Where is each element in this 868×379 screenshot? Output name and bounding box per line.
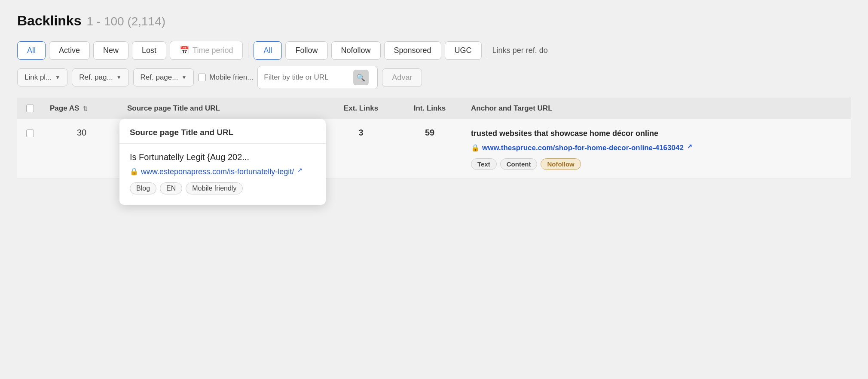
anchor-text: trusted websites that showcase home déco… — [471, 128, 844, 139]
page-header: Backlinks 1 - 100 (2,114) — [17, 13, 851, 29]
tab-nofollow[interactable]: Nofollow — [331, 41, 381, 60]
header-page-as: Page AS ⇅ — [43, 104, 120, 113]
search-button[interactable]: 🔍 — [353, 70, 369, 85]
header-int-links: Int. Links — [395, 104, 464, 113]
time-period-label: Time period — [193, 46, 233, 55]
tab-new[interactable]: New — [93, 41, 128, 60]
page-container: Backlinks 1 - 100 (2,114) All Active New… — [0, 0, 868, 379]
calendar-icon: 📅 — [180, 46, 189, 55]
cell-ext-links: 3 — [327, 128, 395, 138]
popup-title: Is Fortunatelly Legit {Aug 202... — [130, 152, 315, 162]
header-anchor: Anchor and Target URL — [464, 104, 851, 113]
ref-page-label-2: Ref. page... — [141, 73, 178, 82]
row-checkbox-cell — [17, 128, 43, 137]
popup-tags: Blog EN Mobile friendly — [130, 182, 315, 194]
mobile-friendly-checkbox[interactable] — [198, 74, 206, 81]
cell-page-as: 30 — [43, 128, 120, 138]
tab-all-1[interactable]: All — [17, 41, 46, 60]
lock-icon: 🔒 — [471, 144, 480, 152]
popup-external-link-icon: ↗ — [297, 166, 303, 173]
popup-tag-blog: Blog — [130, 182, 156, 194]
popup-url-row: 🔒 www.esteponapress.com/is-fortunatelly-… — [130, 166, 315, 177]
search-input[interactable] — [264, 73, 350, 82]
popup-header: Source page Title and URL — [119, 119, 326, 144]
search-box[interactable]: 🔍 — [257, 66, 378, 89]
external-link-icon: ↗ — [687, 143, 692, 150]
chevron-down-icon-2: ▼ — [116, 74, 122, 80]
chevron-down-icon-3: ▼ — [181, 74, 186, 80]
table-header: Page AS ⇅ Source page Title and URL Ext.… — [17, 98, 851, 119]
anchor-url-row: 🔒 www.thespruce.com/shop-for-home-decor-… — [471, 143, 844, 153]
anchor-link[interactable]: www.thespruce.com/shop-for-home-decor-on… — [482, 143, 684, 153]
ref-page-dropdown-2[interactable]: Ref. page... ▼ — [133, 68, 194, 86]
advanced-button[interactable]: Advar — [382, 68, 422, 87]
total-text: (2,114) — [127, 15, 165, 28]
tab-follow[interactable]: Follow — [285, 41, 327, 60]
sort-icon[interactable]: ⇅ — [83, 105, 88, 112]
chevron-down-icon: ▼ — [55, 74, 60, 80]
links-per-label: Links per ref. do — [492, 46, 548, 55]
anchor-tag-nofollow: Nofollow — [541, 158, 581, 170]
filter-row-1: All Active New Lost 📅 Time period All Fo… — [17, 41, 851, 60]
table-row: 30 Is Fortunatelly Legit {Aug 202... 3 5… — [17, 119, 851, 179]
ref-page-label-1: Ref. pag... — [79, 73, 113, 82]
header-source: Source page Title and URL — [120, 104, 327, 113]
page-title: Backlinks — [17, 13, 81, 29]
tab-all-2[interactable]: All — [254, 41, 282, 60]
anchor-tag-content: Content — [500, 158, 538, 170]
time-period-button[interactable]: 📅 Time period — [170, 41, 243, 60]
divider — [248, 43, 248, 58]
popup-tag-mobile: Mobile friendly — [186, 182, 243, 194]
link-placement-label: Link pl... — [24, 73, 52, 82]
filter-row-2: Link pl... ▼ Ref. pag... ▼ Ref. page... … — [17, 66, 851, 89]
popup-lock-icon: 🔒 — [130, 167, 138, 176]
link-placement-dropdown[interactable]: Link pl... ▼ — [17, 68, 67, 86]
anchor-tags: Text Content Nofollow — [471, 158, 844, 170]
cell-int-links: 59 — [395, 128, 464, 138]
tab-ugc[interactable]: UGC — [445, 41, 482, 60]
mobile-friendly-text: Mobile frien... — [209, 73, 253, 82]
header-ext-links: Ext. Links — [327, 104, 395, 113]
search-icon: 🔍 — [357, 74, 365, 82]
tab-sponsored[interactable]: Sponsored — [384, 41, 441, 60]
mobile-friendly-checkbox-label[interactable]: Mobile frien... — [198, 73, 253, 82]
row-checkbox[interactable] — [26, 129, 34, 137]
popup-body: Is Fortunatelly Legit {Aug 202... 🔒 www.… — [119, 144, 326, 205]
divider-2 — [487, 43, 487, 58]
header-check-col — [17, 105, 43, 112]
tab-lost[interactable]: Lost — [132, 41, 166, 60]
anchor-tag-text: Text — [471, 158, 497, 170]
source-popup: Source page Title and URL Is Fortunatell… — [119, 119, 326, 205]
range-text: 1 - 100 — [86, 15, 124, 28]
popup-tag-en: EN — [160, 182, 182, 194]
table-wrapper: Page AS ⇅ Source page Title and URL Ext.… — [17, 98, 851, 179]
header-checkbox[interactable] — [26, 105, 34, 112]
page-range: 1 - 100 (2,114) — [86, 15, 165, 28]
popup-link[interactable]: www.esteponapress.com/is-fortunatelly-le… — [141, 166, 294, 177]
ref-page-dropdown-1[interactable]: Ref. pag... ▼ — [72, 68, 128, 86]
tab-active[interactable]: Active — [49, 41, 90, 60]
cell-anchor: trusted websites that showcase home déco… — [464, 128, 851, 170]
